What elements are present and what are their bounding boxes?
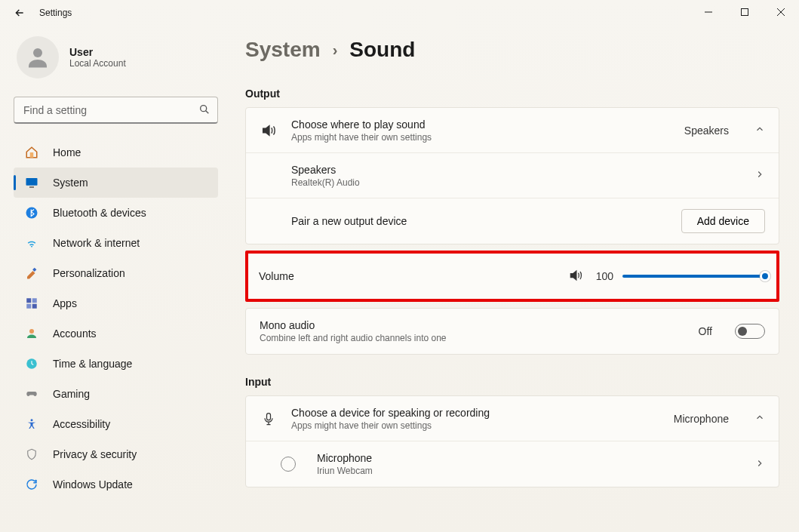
chevron-up-icon (754, 412, 765, 425)
gaming-icon (24, 386, 39, 401)
sidebar-item-apps[interactable]: Apps (14, 288, 218, 318)
sidebar-item-label: System (53, 177, 88, 189)
speaker-icon (260, 122, 278, 139)
chevron-right-icon (754, 169, 765, 182)
back-button[interactable] (12, 5, 27, 20)
sidebar-item-label: Home (53, 146, 81, 158)
svg-rect-18 (267, 413, 271, 420)
sidebar-item-network[interactable]: Network & internet (14, 228, 218, 258)
sidebar-item-privacy[interactable]: Privacy & security (14, 439, 218, 469)
bluetooth-icon (24, 205, 39, 220)
svg-rect-10 (32, 268, 36, 272)
mono-audio-row[interactable]: Mono audio Combine left and right audio … (246, 309, 779, 354)
sidebar-item-personalization[interactable]: Personalization (14, 258, 218, 288)
output-choose-sub: Apps might have their own settings (291, 132, 671, 143)
svg-rect-1 (742, 9, 748, 16)
chevron-right-icon (754, 458, 765, 471)
apps-icon (24, 296, 39, 311)
svg-rect-8 (29, 186, 34, 188)
sidebar-item-label: Accessibility (53, 418, 110, 430)
avatar-icon (17, 36, 59, 78)
output-device-name: Speakers (291, 164, 741, 176)
sidebar-item-label: Gaming (53, 388, 90, 400)
svg-point-4 (33, 48, 42, 57)
svg-rect-7 (26, 178, 38, 186)
mono-audio-toggle[interactable] (735, 324, 765, 339)
sidebar-item-label: Network & internet (53, 237, 140, 249)
mono-audio-state: Off (699, 325, 712, 337)
sidebar-item-accessibility[interactable]: Accessibility (14, 409, 218, 439)
input-device-row[interactable]: Microphone Iriun Webcam (246, 441, 779, 487)
sidebar-item-label: Privacy & security (53, 448, 137, 460)
sidebar-item-time[interactable]: Time & language (14, 349, 218, 379)
sidebar-item-label: Time & language (53, 358, 132, 370)
user-name: User (69, 46, 126, 58)
svg-point-9 (26, 208, 38, 219)
breadcrumb: System › Sound (245, 38, 779, 62)
svg-point-5 (201, 106, 207, 112)
sidebar-item-label: Accounts (53, 328, 97, 340)
svg-rect-14 (32, 304, 37, 309)
breadcrumb-parent[interactable]: System (245, 38, 321, 62)
search-icon (198, 103, 211, 118)
microphone-icon (260, 411, 278, 426)
close-button[interactable] (763, 0, 799, 24)
input-section-label: Input (245, 376, 779, 388)
chevron-up-icon (754, 124, 765, 137)
sidebar-item-label: Apps (53, 297, 77, 309)
profile-block[interactable]: User Local Account (17, 36, 218, 78)
input-choose-row[interactable]: Choose a device for speaking or recordin… (246, 396, 779, 441)
input-device-radio[interactable] (281, 457, 296, 472)
sidebar-item-update[interactable]: Windows Update (14, 469, 218, 500)
sidebar-item-label: Personalization (53, 267, 125, 279)
volume-row: Volume 100 (248, 254, 776, 299)
maximize-button[interactable] (727, 0, 763, 24)
pair-device-row: Pair a new output device Add device (246, 198, 779, 244)
output-choose-row[interactable]: Choose where to play sound Apps might ha… (246, 108, 779, 153)
sidebar-item-label: Windows Update (53, 478, 133, 490)
svg-point-17 (31, 419, 33, 421)
pair-device-label: Pair a new output device (291, 215, 668, 227)
output-device-row[interactable]: Speakers Realtek(R) Audio (246, 153, 779, 198)
svg-rect-11 (26, 298, 31, 303)
accounts-icon (24, 326, 39, 341)
volume-highlight: Volume 100 (245, 251, 779, 302)
output-section-label: Output (245, 88, 779, 100)
volume-label: Volume (259, 270, 555, 282)
svg-rect-13 (26, 304, 31, 309)
volume-slider[interactable] (622, 275, 766, 278)
minimize-button[interactable] (690, 0, 727, 24)
sidebar-item-home[interactable]: Home (14, 137, 218, 168)
sidebar-item-gaming[interactable]: Gaming (14, 379, 218, 409)
sidebar-item-label: Bluetooth & devices (53, 207, 146, 219)
input-choose-value: Microphone (674, 413, 729, 425)
system-icon (24, 175, 39, 190)
sidebar-item-bluetooth[interactable]: Bluetooth & devices (14, 198, 218, 228)
output-choose-value: Speakers (684, 125, 729, 137)
output-device-sub: Realtek(R) Audio (291, 177, 741, 188)
chevron-right-icon: › (333, 42, 338, 59)
svg-line-6 (206, 111, 209, 114)
mono-audio-title: Mono audio (260, 319, 685, 331)
personalization-icon (24, 266, 39, 281)
privacy-icon (24, 447, 39, 462)
update-icon (24, 477, 39, 492)
sidebar-item-accounts[interactable]: Accounts (14, 318, 218, 349)
accessibility-icon (24, 417, 39, 432)
input-device-sub: Iriun Webcam (317, 466, 741, 476)
add-device-button[interactable]: Add device (681, 209, 765, 233)
breadcrumb-current: Sound (349, 38, 415, 62)
sidebar-item-system[interactable]: System (14, 168, 218, 198)
input-device-name: Microphone (317, 452, 741, 464)
output-choose-title: Choose where to play sound (291, 118, 671, 131)
volume-icon[interactable] (568, 268, 583, 285)
window-title: Settings (39, 8, 72, 18)
network-icon (24, 235, 39, 251)
volume-slider-thumb[interactable] (760, 271, 770, 281)
svg-point-15 (29, 329, 34, 334)
user-account-type: Local Account (69, 58, 126, 69)
search-input[interactable] (14, 97, 218, 124)
mono-audio-sub: Combine left and right audio channels in… (260, 333, 685, 343)
time-icon (24, 356, 39, 371)
volume-value: 100 (592, 270, 613, 282)
